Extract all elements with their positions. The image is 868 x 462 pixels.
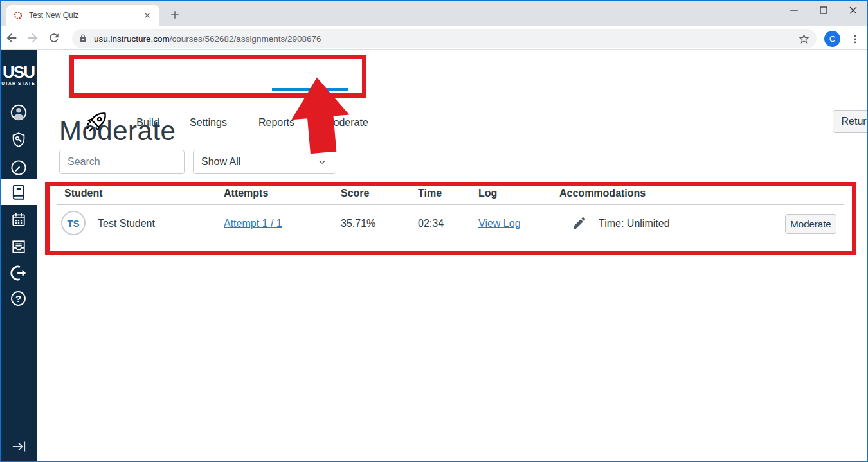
- score-value: 35.71%: [341, 217, 375, 230]
- col-log: Log: [478, 188, 497, 199]
- url-text: usu.instructure.com/courses/562682/assig…: [94, 34, 321, 44]
- chevron-down-icon: [316, 156, 328, 168]
- sidebar-item-help[interactable]: ?: [0, 285, 37, 312]
- calendar-icon: [10, 211, 28, 229]
- edit-accommodation-icon[interactable]: [572, 215, 587, 231]
- sidebar-item-calendar[interactable]: [0, 206, 37, 233]
- canvas-global-nav: USU UTAH STATE: [0, 50, 37, 462]
- sidebar-item-admin[interactable]: [0, 127, 37, 153]
- bookmark-star-icon[interactable]: [798, 33, 810, 45]
- admin-icon: [10, 131, 28, 149]
- new-tab-button[interactable]: [166, 6, 184, 24]
- quiz-header: Build Settings Reports Moderate Return: [37, 50, 868, 91]
- address-bar[interactable]: usu.instructure.com/courses/562682/assig…: [72, 29, 817, 48]
- sidebar-item-account[interactable]: [0, 99, 37, 125]
- sidebar-item-courses[interactable]: [0, 179, 37, 205]
- inbox-icon: [10, 238, 28, 256]
- account-icon: [9, 103, 28, 122]
- close-button[interactable]: [838, 0, 868, 21]
- reload-button[interactable]: [44, 28, 64, 48]
- header-divider: [37, 91, 868, 91]
- forward-button[interactable]: [23, 28, 42, 48]
- annotation-box-table: [45, 182, 856, 255]
- search-input[interactable]: [59, 150, 185, 174]
- usu-logo[interactable]: USU UTAH STATE: [0, 50, 37, 95]
- page-title: Moderate: [59, 116, 176, 147]
- col-time: Time: [418, 188, 442, 199]
- courses-icon: [9, 182, 28, 202]
- col-attempts: Attempts: [224, 188, 268, 199]
- browser-tab[interactable]: Test New Quiz: [6, 5, 159, 26]
- lock-icon: [78, 34, 87, 43]
- profile-avatar[interactable]: C: [824, 31, 840, 47]
- student-avatar: TS: [61, 211, 86, 235]
- tab-moderate[interactable]: Moderate: [325, 111, 368, 134]
- attempt-link[interactable]: Attempt 1 / 1: [224, 217, 282, 230]
- expand-sidebar-icon[interactable]: [0, 433, 37, 459]
- tab-reports[interactable]: Reports: [258, 111, 294, 134]
- moderate-row-button[interactable]: Moderate: [785, 214, 836, 234]
- svg-text:?: ?: [15, 293, 21, 304]
- tab-title: Test New Quiz: [29, 11, 141, 20]
- browser-menu-icon[interactable]: [847, 31, 863, 47]
- view-log-link[interactable]: View Log: [478, 217, 521, 230]
- table-header-divider: [57, 204, 844, 205]
- sidebar-item-dashboard[interactable]: [0, 154, 37, 181]
- dashboard-icon: [9, 158, 28, 177]
- table-row-divider: [57, 242, 844, 242]
- help-icon: ?: [9, 289, 28, 308]
- browser-titlebar: Test New Quiz: [0, 0, 868, 26]
- col-student: Student: [64, 188, 103, 199]
- filter-dropdown[interactable]: Show All: [193, 150, 336, 174]
- sidebar-item-logout[interactable]: [0, 260, 37, 286]
- canvas-favicon-icon: [13, 10, 23, 21]
- sidebar-item-inbox[interactable]: [0, 233, 37, 260]
- col-score: Score: [341, 188, 369, 199]
- time-value: 02:34: [418, 217, 444, 230]
- back-button[interactable]: [2, 28, 21, 48]
- return-button[interactable]: Return: [833, 110, 868, 133]
- maximize-button[interactable]: [809, 0, 838, 21]
- minimize-button[interactable]: [779, 0, 809, 21]
- accommodation-value: Time: Unlimited: [599, 217, 670, 230]
- tab-settings[interactable]: Settings: [190, 111, 227, 134]
- col-accommodations: Accommodations: [559, 188, 646, 199]
- logout-icon: [9, 263, 28, 283]
- student-name: Test Student: [98, 217, 155, 230]
- tab-close-icon[interactable]: [141, 10, 153, 21]
